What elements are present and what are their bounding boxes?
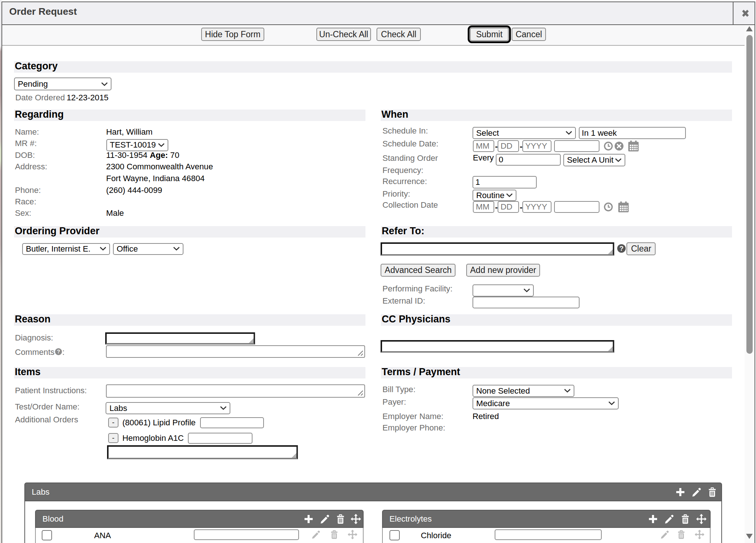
sex-value: Male [106, 208, 124, 218]
move-icon-disabled[interactable] [348, 530, 357, 539]
chevron-down-icon [101, 82, 108, 86]
schedule-date-time-input[interactable] [554, 140, 599, 152]
diagnosis-textarea[interactable] [105, 332, 255, 345]
check-all-button[interactable]: Check All [377, 28, 421, 41]
category-select[interactable]: Pending [14, 77, 111, 90]
provider-location-select[interactable]: Office [113, 243, 183, 255]
schedule-in-label: Schedule In: [382, 126, 428, 136]
patient-instructions-textarea[interactable] [106, 384, 365, 398]
every-input[interactable] [496, 154, 561, 166]
delete-icon-disabled[interactable] [677, 530, 685, 539]
delete-icon[interactable] [336, 514, 345, 524]
external-id-input[interactable] [472, 297, 580, 308]
move-icon[interactable] [696, 514, 707, 524]
address-city-value: Fort Wayne, Indiana 46804 [106, 173, 205, 184]
schedule-date-dd-input[interactable] [498, 140, 519, 152]
additional-orders-label: Additional Orders [15, 415, 78, 425]
advanced-search-button[interactable]: Advanced Search [381, 264, 456, 277]
select-value: Office [117, 244, 138, 254]
test-order-select[interactable]: Labs [106, 402, 230, 414]
recurrence-input[interactable] [472, 176, 537, 189]
calendar-icon[interactable] [628, 141, 639, 152]
payer-label: Payer: [382, 397, 406, 407]
remove-order-button[interactable]: - [108, 418, 118, 428]
add-icon[interactable] [304, 515, 313, 523]
schedule-date-label: Schedule Date: [382, 139, 439, 149]
dob-label: DOB: [15, 150, 35, 160]
dialog-titlebar[interactable]: Order Request [2, 2, 755, 25]
priority-label: Priority: [382, 189, 410, 199]
clock-icon[interactable] [604, 142, 613, 151]
bill-type-select[interactable]: None Selected [472, 385, 574, 397]
collection-date-yyyy-input[interactable] [522, 201, 551, 213]
uncheck-all-button[interactable]: Un-Check All [316, 28, 371, 41]
schedule-date-mm-input[interactable] [473, 140, 494, 152]
comments-textarea[interactable] [106, 345, 365, 358]
order-item-input[interactable] [200, 417, 264, 428]
resize-grip[interactable] [249, 338, 254, 343]
provider-select[interactable]: Butler, Internist E. [22, 243, 110, 255]
diagnosis-label: Diagnosis: [15, 333, 53, 343]
payer-select[interactable]: Medicare [472, 397, 619, 409]
submit-button[interactable]: Submit [470, 28, 509, 41]
close-button[interactable] [733, 2, 755, 24]
help-icon[interactable]: ? [55, 348, 62, 355]
scrollbar-up-arrow-icon[interactable] [746, 26, 753, 31]
edit-icon-disabled[interactable] [660, 530, 669, 539]
unit-select[interactable]: Select A Unit [563, 154, 625, 166]
calendar-icon[interactable] [618, 201, 629, 212]
mr-select[interactable]: TEST-10019 [106, 139, 168, 151]
resize-grip[interactable] [356, 349, 364, 356]
collection-date-time-input[interactable] [554, 201, 599, 213]
date-ordered-label: Date Ordered [15, 93, 65, 103]
add-new-provider-button[interactable]: Add new provider [466, 264, 540, 277]
ana-checkbox[interactable] [42, 530, 52, 540]
delete-icon[interactable] [681, 514, 690, 524]
scrollbar-down-arrow-icon[interactable] [746, 534, 753, 539]
collection-date-mm-input[interactable] [473, 201, 494, 213]
resize-grip[interactable] [608, 346, 613, 351]
delete-icon[interactable] [708, 487, 717, 497]
scrollbar-thumb[interactable] [746, 35, 753, 354]
performing-facility-select[interactable] [472, 284, 534, 297]
move-icon[interactable] [351, 514, 361, 524]
hide-top-form-button[interactable]: Hide Top Form [201, 28, 264, 41]
clear-date-icon[interactable] [615, 142, 623, 151]
schedule-in-input[interactable] [579, 127, 686, 139]
move-icon-disabled[interactable] [695, 530, 704, 539]
delete-icon-disabled[interactable] [330, 530, 339, 539]
edit-icon[interactable] [320, 515, 329, 524]
address-label: Address: [15, 162, 47, 172]
collection-date-dd-input[interactable] [498, 201, 519, 213]
refer-to-textarea[interactable] [381, 242, 614, 256]
schedule-in-select[interactable]: Select [472, 127, 576, 139]
modal-dialog [1, 1, 755, 543]
resize-grip[interactable] [356, 389, 364, 396]
edit-icon-disabled[interactable] [312, 530, 320, 539]
clear-button[interactable]: Clear [626, 242, 656, 255]
edit-icon[interactable] [692, 488, 701, 497]
resize-grip[interactable] [608, 249, 613, 254]
select-value: TEST-10019 [110, 140, 156, 151]
chloride-input[interactable] [495, 529, 602, 540]
resize-grip[interactable] [292, 453, 296, 458]
schedule-date-yyyy-input[interactable] [522, 140, 551, 152]
order-item-input[interactable] [188, 433, 252, 444]
clock-icon[interactable] [604, 203, 613, 211]
select-value: Routine [476, 190, 504, 200]
ana-input[interactable] [194, 529, 299, 540]
additional-orders-textarea[interactable] [107, 445, 298, 459]
cc-physicians-textarea[interactable] [381, 340, 614, 353]
select-value: Pending [18, 78, 48, 90]
chloride-checkbox[interactable] [389, 530, 400, 540]
external-id-label: External ID: [382, 296, 425, 306]
help-icon[interactable]: ? [617, 244, 626, 253]
employer-name-label: Employer Name: [382, 411, 443, 422]
add-icon[interactable] [676, 488, 685, 497]
cancel-button[interactable]: Cancel [512, 28, 546, 41]
edit-icon[interactable] [664, 515, 674, 524]
remove-order-button[interactable]: - [108, 433, 118, 443]
add-icon[interactable] [649, 515, 657, 523]
chevron-down-icon [566, 131, 572, 135]
priority-select[interactable]: Routine [472, 190, 516, 201]
